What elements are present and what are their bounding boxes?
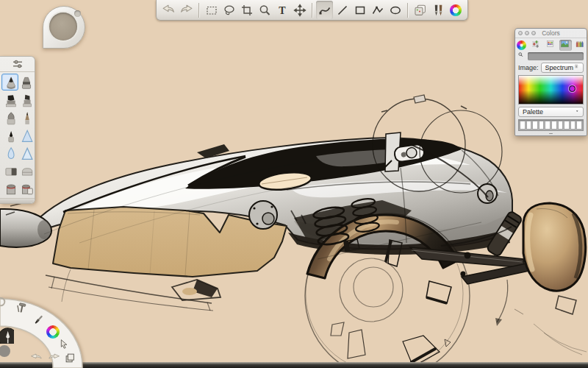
brush-puck[interactable] <box>43 6 85 49</box>
color-swatch[interactable] <box>532 121 538 130</box>
layers-icon[interactable] <box>64 352 76 364</box>
brush-flood-fill-copy[interactable] <box>18 180 35 197</box>
colors-tab-color-wheel[interactable] <box>515 40 528 51</box>
tool-zoom-button[interactable] <box>256 1 273 19</box>
color-swatch[interactable] <box>526 121 532 130</box>
image-row: Image: Spectrum <box>515 60 587 73</box>
lagoon-widget <box>0 286 96 368</box>
spectrum-picker[interactable] <box>518 75 584 105</box>
brush-pencil[interactable] <box>1 74 18 91</box>
cursor-arrow-icon[interactable] <box>59 339 70 350</box>
brush-puck-hole <box>74 10 81 17</box>
tool-curve-line-button[interactable] <box>316 1 333 19</box>
rear-wheel <box>514 203 587 355</box>
tool-transform-button[interactable] <box>291 1 308 19</box>
tool-crop-button[interactable] <box>238 1 255 19</box>
colors-tabs <box>515 38 587 52</box>
brush-eraser-soft[interactable] <box>18 162 35 179</box>
brush-smear-cone[interactable] <box>18 127 35 144</box>
stepper-icon <box>575 63 581 72</box>
color-wheel-icon[interactable] <box>46 325 60 339</box>
tools-icon[interactable] <box>15 302 28 314</box>
brush-round-marker[interactable] <box>1 109 18 126</box>
colors-search-row <box>515 52 587 60</box>
brush-ballpoint[interactable] <box>1 127 18 144</box>
brush-airbrush[interactable] <box>18 74 35 91</box>
color-swatch[interactable] <box>551 121 557 130</box>
brush-eraser-hard[interactable] <box>1 162 18 179</box>
brush-palette-grid <box>0 72 35 198</box>
color-swatch[interactable] <box>570 121 576 130</box>
color-swatch[interactable] <box>520 121 526 130</box>
swatch-resize-handle[interactable] <box>515 132 587 135</box>
colors-tab-color-sliders[interactable] <box>530 40 542 51</box>
tool-marquee-select-button[interactable] <box>203 1 220 19</box>
color-swatch[interactable] <box>564 121 570 130</box>
brush-flood-fill[interactable] <box>1 180 18 197</box>
toolbar-separator <box>407 3 408 18</box>
pen-puck-icon[interactable] <box>0 327 14 344</box>
tool-color-editor-button[interactable] <box>447 1 464 19</box>
top-toolbar: T <box>156 0 468 21</box>
image-select-value: Spectrum <box>545 64 575 71</box>
tool-redo-button[interactable] <box>178 1 195 19</box>
search-icon <box>518 52 526 60</box>
toolbar-separator <box>198 3 199 18</box>
color-search-input[interactable] <box>528 52 584 60</box>
color-swatch[interactable] <box>576 121 582 130</box>
tune-icon <box>11 57 24 71</box>
color-swatch[interactable] <box>558 121 564 130</box>
tool-layer-copy-button[interactable] <box>412 1 429 19</box>
undo-arrow[interactable] <box>27 353 43 363</box>
svg-text:T: T <box>279 4 286 15</box>
brush-water-drop[interactable] <box>1 144 18 161</box>
colors-tab-crayons[interactable] <box>574 40 587 51</box>
colors-titlebar[interactable]: Colors <box>515 29 587 38</box>
paint-brush-icon[interactable] <box>32 314 45 326</box>
brush-palette-footer[interactable] <box>0 198 35 203</box>
brush-fine-pencil[interactable] <box>18 109 35 126</box>
brush-palette <box>0 56 35 204</box>
toolbar-separator <box>312 3 312 18</box>
brush-palette-header[interactable] <box>0 57 35 72</box>
colors-tab-image-palettes[interactable] <box>559 40 572 51</box>
color-swatch[interactable] <box>539 121 545 130</box>
palette-select[interactable]: Palette <box>518 107 584 117</box>
image-select[interactable]: Spectrum <box>541 63 584 73</box>
tool-rectangle-button[interactable] <box>351 1 368 19</box>
swatch-strip <box>518 119 584 131</box>
tool-polyline-button[interactable] <box>369 1 386 19</box>
brush-angled-marker[interactable] <box>18 91 35 108</box>
image-label: Image: <box>518 64 539 71</box>
brush-chisel-marker[interactable] <box>1 91 18 108</box>
spectrum-cursor[interactable] <box>569 85 576 92</box>
palette-select-value: Palette <box>523 108 576 116</box>
tool-line-button[interactable] <box>334 1 351 19</box>
lagoon-ring-icon[interactable] <box>0 296 7 308</box>
brush-blend-cone[interactable] <box>18 144 35 161</box>
chevron-down-icon <box>576 108 581 116</box>
tool-undo-button[interactable] <box>160 1 177 19</box>
tool-brush-library-button[interactable] <box>429 1 446 19</box>
tool-text-button[interactable]: T <box>273 1 290 19</box>
app-window: { "window": { "canvas_color": "#e6d0b5",… <box>0 0 588 368</box>
colors-panel-title: Colors <box>515 29 587 37</box>
color-swatch[interactable] <box>545 121 551 130</box>
colors-tab-color-palettes[interactable] <box>545 40 557 51</box>
tool-ellipse-button[interactable] <box>387 1 404 19</box>
colors-panel: Colors Image: Spectrum Palette <box>514 28 587 136</box>
tool-lasso-select-button[interactable] <box>220 1 237 19</box>
redo-arrow[interactable] <box>45 353 61 363</box>
brush-puck-preview <box>49 13 77 40</box>
palette-row: Palette <box>515 105 587 117</box>
